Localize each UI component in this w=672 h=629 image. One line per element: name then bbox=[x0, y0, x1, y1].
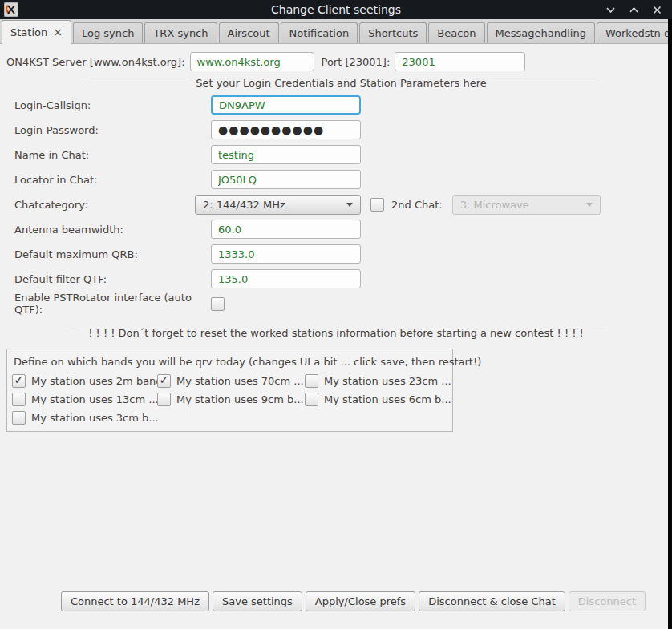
tab-log-synch[interactable]: Log synch bbox=[73, 22, 143, 43]
tab-station[interactable]: Station × bbox=[2, 20, 71, 44]
pstrotator-label: Enable PSTRotator interface (auto QTF): bbox=[14, 292, 211, 316]
checkbox-unchecked-icon[interactable] bbox=[305, 393, 318, 406]
second-chat-value: 3: Microwave bbox=[460, 199, 529, 211]
bands-groupbox: Define on which bands you will be qrv to… bbox=[6, 349, 453, 432]
antenna-beamwidth-row: Antenna beamwidth: bbox=[14, 219, 672, 240]
band-checkbox-6cm[interactable]: My station uses 6cm b... bbox=[305, 393, 447, 406]
checkbox-unchecked-icon[interactable] bbox=[12, 393, 26, 406]
bottom-button-row: Connect to 144/432 MHz Save settings App… bbox=[0, 591, 672, 611]
credentials-separator-text: Set your Login Credentials and Station P… bbox=[196, 77, 487, 89]
band-checkbox-2m[interactable]: ✓ My station uses 2m band bbox=[12, 374, 157, 388]
save-settings-button[interactable]: Save settings bbox=[213, 591, 302, 611]
apply-close-prefs-button[interactable]: Apply/Close prefs bbox=[306, 591, 415, 611]
close-icon[interactable] bbox=[652, 5, 662, 15]
server-input[interactable] bbox=[190, 52, 314, 71]
second-chat-label: 2nd Chat: bbox=[391, 199, 443, 211]
chevron-down-icon bbox=[586, 203, 593, 207]
name-in-chat-label: Name in Chat: bbox=[14, 149, 211, 161]
checkbox-unchecked-icon[interactable] bbox=[12, 411, 26, 425]
checkbox-unchecked-icon[interactable] bbox=[157, 393, 171, 406]
window-title: Change Client seetings bbox=[0, 3, 672, 16]
default-max-qrb-label: Default maximum QRB: bbox=[14, 248, 211, 260]
checkbox-checked-icon[interactable]: ✓ bbox=[157, 374, 171, 388]
chevron-down-icon bbox=[346, 203, 353, 207]
tab-close-icon[interactable]: × bbox=[53, 26, 63, 38]
settings-window: Change Client seetings Station × Log syn… bbox=[0, 0, 672, 629]
chatcategory-row: Chatcategory: 2: 144/432 MHz 2nd Chat: 3… bbox=[14, 194, 672, 215]
default-filter-qtf-label: Default filter QTF: bbox=[14, 273, 211, 285]
separator-line bbox=[84, 83, 189, 83]
band-label: My station uses 70cm ... bbox=[176, 375, 304, 387]
connect-button[interactable]: Connect to 144/432 MHz bbox=[61, 591, 209, 611]
tab-trx-synch[interactable]: TRX synch bbox=[144, 22, 217, 43]
tab-workedstn-database[interactable]: Workedstn database bbox=[597, 22, 672, 43]
shade-icon[interactable] bbox=[605, 5, 616, 15]
band-checkbox-13cm[interactable]: My station uses 13cm ... bbox=[12, 393, 157, 406]
disconnect-button: Disconnect bbox=[569, 591, 646, 611]
tab-beacon[interactable]: Beacon bbox=[428, 22, 484, 43]
band-checkbox-9cm[interactable]: My station uses 9cm b... bbox=[157, 393, 305, 406]
antenna-beamwidth-label: Antenna beamwidth: bbox=[14, 224, 211, 236]
antenna-beamwidth-input[interactable] bbox=[211, 220, 361, 239]
tab-label: Station bbox=[10, 26, 47, 38]
tab-label: Log synch bbox=[82, 27, 134, 39]
band-checkbox-23cm[interactable]: My station uses 23cm ... bbox=[305, 374, 447, 388]
tab-bar: Station × Log synch TRX synch Airscout N… bbox=[0, 19, 672, 44]
tab-messagehandling[interactable]: Messagehandling bbox=[487, 22, 595, 43]
checkbox-checked-icon[interactable]: ✓ bbox=[12, 374, 26, 388]
port-input[interactable] bbox=[395, 52, 525, 71]
login-callsign-label: Login-Callsign: bbox=[14, 99, 211, 111]
second-chat-checkbox[interactable] bbox=[370, 198, 384, 212]
separator-line bbox=[493, 83, 598, 83]
tab-label: Shortcuts bbox=[368, 27, 418, 39]
chatcategory-label: Chatcategory: bbox=[14, 199, 211, 211]
bands-groupbox-title: Define on which bands you will be qrv to… bbox=[14, 356, 447, 368]
login-callsign-row: Login-Callsign: bbox=[14, 95, 672, 115]
login-password-input[interactable] bbox=[211, 120, 361, 139]
second-chat-dropdown: 3: Microwave bbox=[452, 195, 601, 215]
tab-label: Airscout bbox=[228, 27, 270, 39]
band-label: My station uses 3cm b... bbox=[31, 412, 159, 424]
login-password-row: Login-Password: bbox=[14, 119, 672, 140]
chatcategory-value: 2: 144/432 MHz bbox=[203, 199, 285, 211]
checkbox-unchecked-icon[interactable] bbox=[305, 374, 318, 388]
station-tab-panel: ON4KST Server [www.on4kst.org]: Port [23… bbox=[0, 44, 672, 629]
port-label: Port [23001]: bbox=[322, 56, 391, 68]
tab-shortcuts[interactable]: Shortcuts bbox=[359, 22, 427, 43]
tab-notification[interactable]: Notification bbox=[281, 22, 358, 43]
maximize-icon[interactable] bbox=[629, 5, 639, 15]
tab-airscout[interactable]: Airscout bbox=[219, 22, 279, 43]
band-label: My station uses 23cm ... bbox=[324, 375, 451, 387]
band-checkbox-3cm[interactable]: My station uses 3cm b... bbox=[12, 411, 157, 425]
credentials-separator: Set your Login Credentials and Station P… bbox=[84, 77, 598, 89]
default-filter-qtf-row: Default filter QTF: bbox=[14, 268, 672, 289]
name-in-chat-input[interactable] bbox=[211, 145, 361, 164]
contest-separator: ! ! ! ! Don´t forget to reset the worked… bbox=[68, 327, 604, 339]
tab-label: Notification bbox=[289, 27, 350, 39]
tab-label: TRX synch bbox=[153, 27, 208, 39]
app-icon bbox=[4, 2, 18, 17]
locator-in-chat-label: Locator in Chat: bbox=[14, 174, 211, 186]
pstrotator-row: Enable PSTRotator interface (auto QTF): bbox=[14, 293, 672, 314]
band-label: My station uses 6cm b... bbox=[324, 393, 451, 405]
contest-separator-text: ! ! ! ! Don´t forget to reset the worked… bbox=[88, 327, 584, 339]
tab-label: Messagehandling bbox=[496, 27, 586, 39]
default-max-qrb-row: Default maximum QRB: bbox=[14, 244, 672, 264]
login-callsign-input[interactable] bbox=[211, 95, 361, 115]
tab-label: Beacon bbox=[437, 27, 476, 39]
pstrotator-checkbox[interactable] bbox=[211, 297, 225, 311]
disconnect-close-chat-button[interactable]: Disconnect & close Chat bbox=[419, 591, 565, 611]
titlebar: Change Client seetings bbox=[0, 0, 672, 19]
default-max-qrb-input[interactable] bbox=[211, 244, 361, 264]
login-password-label: Login-Password: bbox=[14, 124, 211, 136]
default-filter-qtf-input[interactable] bbox=[211, 269, 361, 288]
chatcategory-dropdown[interactable]: 2: 144/432 MHz bbox=[195, 195, 361, 215]
tab-label: Workedstn database bbox=[605, 27, 672, 39]
locator-in-chat-row: Locator in Chat: bbox=[14, 169, 672, 190]
band-label: My station uses 13cm ... bbox=[31, 393, 159, 405]
locator-in-chat-input[interactable] bbox=[211, 170, 361, 189]
band-checkbox-70cm[interactable]: ✓ My station uses 70cm ... bbox=[157, 374, 305, 388]
name-in-chat-row: Name in Chat: bbox=[14, 144, 672, 165]
band-label: My station uses 9cm b... bbox=[176, 393, 304, 405]
server-row: ON4KST Server [www.on4kst.org]: Port [23… bbox=[6, 52, 672, 71]
